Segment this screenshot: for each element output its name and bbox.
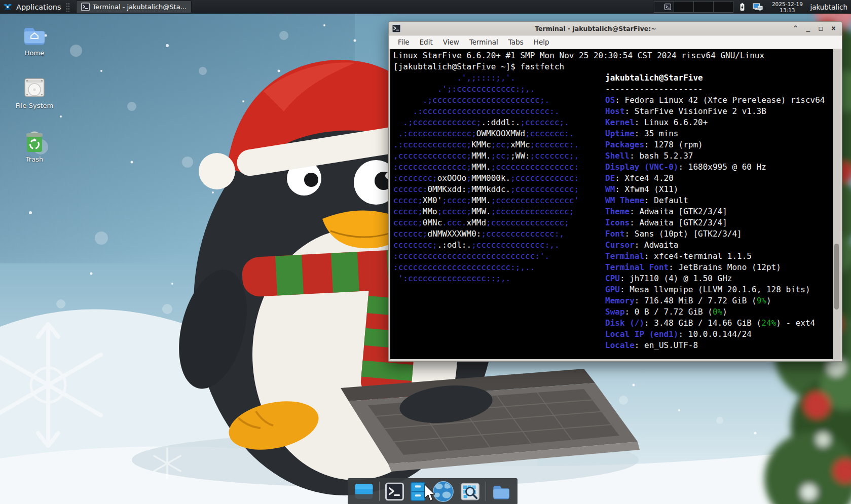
terminal-text-segment: : 1278 (rpm) xyxy=(644,140,703,149)
menu-item-file[interactable]: File xyxy=(393,38,415,46)
maximize-button[interactable]: □ xyxy=(816,23,826,33)
terminal-text-segment: oxOOOo xyxy=(437,173,467,183)
terminal-text-segment: KMMc xyxy=(471,140,491,149)
workspace-2[interactable] xyxy=(674,2,694,12)
terminal-text-segment: WM Theme xyxy=(605,196,644,205)
window-titlebar[interactable]: Terminal - jakubtalich@StarFive:~ ^_□× xyxy=(389,22,842,35)
applications-menu[interactable]: Applications xyxy=(16,3,61,11)
dock-app-finder-icon[interactable] xyxy=(460,482,480,501)
terminal-text-segment: : Fedora Linux 42 (Xfce Prerelease) risc… xyxy=(615,95,825,105)
dock-terminal-icon[interactable] xyxy=(385,482,404,501)
terminal-text-segment: 0MMKxdd: xyxy=(427,184,466,194)
terminal-text-segment: jakubtalich@StarFive xyxy=(605,73,703,83)
terminal-text-segment: Display (VNC-0) xyxy=(605,162,679,172)
terminal-text-segment: Font xyxy=(605,229,625,239)
terminal-text-segment: Memory xyxy=(605,296,635,305)
panel-grip xyxy=(66,3,69,12)
desktop-icon xyxy=(354,483,374,500)
rollup-button[interactable]: ^ xyxy=(790,23,801,33)
terminal-text-segment: CPU xyxy=(605,274,620,283)
terminal-text-segment: .;ccccccccccccc; xyxy=(393,118,481,127)
taskbar-button-terminal[interactable]: Terminal - jakubtalich@Sta... xyxy=(76,1,192,13)
terminal-text-segment: Theme xyxy=(605,207,630,216)
desktop-screen: HomeFile SystemTrash Terminal - jakubtal… xyxy=(0,0,851,504)
panel-clock[interactable]: 2025-12-19 13:13 xyxy=(769,1,805,13)
terminal-text-segment: :ccccccccccccccccccccccc:;,.. xyxy=(393,262,535,272)
terminal-text-segment: :cccccccccccccccccccccccccccc:'. xyxy=(393,251,549,261)
terminal-text-segment: : Mesa llvmpipe (LLVM 20.1.6, 128 bits) xyxy=(620,285,810,294)
dock-separator xyxy=(486,482,486,501)
terminal-text-segment: : 10.0.0.144/24 xyxy=(679,329,752,339)
workspace-pager[interactable] xyxy=(654,1,733,13)
terminal-text-segment: .',;::::;,'. xyxy=(393,73,515,83)
desktop-icon-file-system[interactable]: File System xyxy=(8,76,61,109)
terminal-menubar: FileEditViewTerminalTabsHelp xyxy=(389,35,842,49)
terminal-text-segment: ;cccccccccccccc:, xyxy=(481,229,564,239)
terminal-text-segment: ,cccccccccccccc; xyxy=(393,151,471,161)
desktop-icon-label: Home xyxy=(8,49,61,57)
terminal-text-segment: Local IP (end1) xyxy=(605,329,679,339)
terminal-text-segment: cccccccc; xyxy=(393,240,437,250)
clock-date: 2025-12-19 xyxy=(769,1,805,7)
terminal-text-segment: xMMd xyxy=(467,218,487,227)
terminal-text-segment: : Default xyxy=(644,196,688,205)
trash-icon xyxy=(22,130,47,153)
terminal-text-segment: OWMKOOXMWd xyxy=(476,129,525,138)
terminal-scrollbar[interactable] xyxy=(833,49,840,359)
harddisk-icon xyxy=(22,76,47,99)
top-panel: Applications Terminal - jakubtalich@Sta.… xyxy=(0,0,851,14)
desktop-icon-label: File System xyxy=(8,102,61,109)
menu-item-view[interactable]: View xyxy=(438,38,464,46)
terminal-text-segment: : JetBrains Mono (12pt) xyxy=(669,262,781,272)
terminal-text-segment: ;ccccccc:. xyxy=(530,140,579,149)
terminal-text-segment: ;cccc; xyxy=(442,196,471,205)
terminal-text-segment: ;ccccccccccccccc; xyxy=(486,218,569,227)
terminal-text-segment: MMo xyxy=(423,207,437,216)
scrollbar-thumb[interactable] xyxy=(834,244,839,309)
terminal-window[interactable]: Terminal - jakubtalich@StarFive:~ ^_□× F… xyxy=(388,21,842,362)
terminal-text-segment: : bash 5.2.37 xyxy=(630,151,693,161)
minimize-button[interactable]: _ xyxy=(803,23,813,33)
terminal-text-segment: 0% xyxy=(713,307,722,317)
terminal-text-segment: .ccc. xyxy=(442,218,466,227)
terminal-text-segment: : StarFive VisionFive 2 v1.3B xyxy=(625,106,766,116)
terminal-text-segment: : 1680x995 @ 60 Hz xyxy=(679,162,766,172)
menu-item-help[interactable]: Help xyxy=(529,38,554,46)
menu-item-tabs[interactable]: Tabs xyxy=(503,38,529,46)
terminal-text-segment: OS xyxy=(605,95,615,105)
window-controls: ^_□× xyxy=(790,23,839,33)
terminal-text-segment: ;ccccccc;. xyxy=(520,118,569,127)
terminal-text: Linux StarFive 6.6.20+ #1 SMP Mon Nov 25… xyxy=(390,49,833,359)
menu-item-terminal[interactable]: Terminal xyxy=(464,38,503,46)
battery-icon[interactable] xyxy=(738,2,747,12)
dock-file-cabinet-icon[interactable] xyxy=(410,482,426,501)
workspace-terminal-mini-window xyxy=(664,4,672,10)
panel-left: Applications Terminal - jakubtalich@Sta.… xyxy=(0,0,192,14)
terminal-text-segment: -------------------- xyxy=(605,84,703,94)
terminal-text-segment: 0MNc xyxy=(423,218,442,227)
workspace-1[interactable] xyxy=(654,2,674,12)
dock-desktop-icon[interactable] xyxy=(354,483,374,500)
workspace-4[interactable] xyxy=(714,2,733,12)
terminal-text-segment: ;ccccccc;, xyxy=(530,151,579,161)
menu-item-edit[interactable]: Edit xyxy=(415,38,438,46)
terminal-text-segment: dNMWXXXWM0: xyxy=(427,229,481,239)
terminal-text-segment: : xfce4-terminal 1.1.5 xyxy=(644,251,752,261)
terminal-text-segment: ccccc; xyxy=(393,196,423,205)
desktop-icon-trash[interactable]: Trash xyxy=(8,130,61,163)
dock-file-manager-icon[interactable] xyxy=(492,483,511,500)
terminal-text-segment: : Xfwm4 (X11) xyxy=(615,184,678,194)
fastfetch-fedora-logo: .',;::::;,'. .';:cccccccccccc:;,. .;cccc… xyxy=(393,72,579,284)
terminal-text-segment: ':cccccccccccccccc::;,. xyxy=(393,274,510,283)
display-icon[interactable] xyxy=(751,2,764,12)
desktop-icon-home[interactable]: Home xyxy=(8,23,61,57)
file-cabinet-icon xyxy=(410,482,426,501)
terminal-text-segment: MMW. xyxy=(471,207,491,216)
close-button[interactable]: × xyxy=(828,23,839,33)
dock-web-browser-icon[interactable] xyxy=(432,480,455,503)
terminal-content-area[interactable]: Linux StarFive 6.6.20+ #1 SMP Mon Nov 25… xyxy=(390,49,840,359)
panel-right: 2025-12-19 13:13 jakubtalich xyxy=(654,0,851,14)
terminal-text-segment: MMM. xyxy=(471,162,491,172)
workspace-3[interactable] xyxy=(694,2,714,12)
terminal-text-segment: :cccccccccccccc; xyxy=(393,162,471,172)
